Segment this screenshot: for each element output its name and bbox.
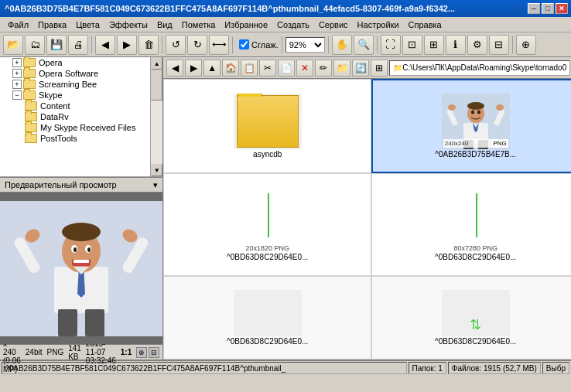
toolbar-actual-size-btn[interactable]: ⊞ xyxy=(424,35,444,55)
nav-delete-btn[interactable]: ✕ xyxy=(296,60,313,77)
status-files: Файлов: 1915 (52,7 МВ) xyxy=(448,362,541,374)
nav-refresh-btn[interactable]: 🔄 xyxy=(352,60,369,77)
close-button[interactable]: ✕ xyxy=(556,3,568,14)
status-icon-2[interactable]: ⊟ xyxy=(149,347,159,358)
scroll-track[interactable] xyxy=(151,70,162,164)
thumb-name-line2: ^0BD63D8C29D64E0... xyxy=(375,253,571,261)
menu-favorites[interactable]: Избранное xyxy=(220,19,272,31)
menu-view[interactable]: Вид xyxy=(152,19,177,31)
menu-service[interactable]: Сервис xyxy=(314,19,353,31)
nav-path-display: 📁 C:\Users\ПК\AppData\Roaming\Skype\torn… xyxy=(389,60,570,76)
tree-label-posttools: PostTools xyxy=(40,134,77,143)
tree-label-my-skype: My Skype Received Files xyxy=(40,123,136,132)
expand-icon-skype[interactable]: − xyxy=(12,90,22,100)
thumb-cell-6[interactable]: ⇅ ^0BD63D8C29D64E0... xyxy=(371,276,571,360)
scroll-down-btn[interactable]: ▼ xyxy=(151,164,162,176)
toolbar-fit-btn[interactable]: ⊡ xyxy=(402,35,422,55)
toolbar-zoom-in-btn[interactable]: 🔍 xyxy=(354,35,374,55)
toolbar-next-btn[interactable]: ▶ xyxy=(117,35,137,55)
expand-icon-opera[interactable]: + xyxy=(12,58,22,67)
toolbar-info-btn[interactable]: ℹ xyxy=(446,35,466,55)
toolbar-rotate-left-btn[interactable]: ↺ xyxy=(166,35,186,55)
thumb-cell-asyncdb[interactable]: asyncdb xyxy=(163,79,371,173)
nav-rename-btn[interactable]: ✏ xyxy=(315,60,332,77)
nav-select-all-btn[interactable]: ⊞ xyxy=(371,60,388,77)
scroll-up-btn[interactable]: ▲ xyxy=(151,57,162,70)
preview-collapse-icon[interactable]: ▾ xyxy=(153,180,158,190)
nav-back-btn[interactable]: ◀ xyxy=(166,60,183,77)
svg-point-27 xyxy=(448,104,456,111)
toolbar-browse-btn[interactable]: 🗂 xyxy=(25,35,45,55)
tree-scrollbar[interactable]: ▲ ▼ xyxy=(150,57,162,176)
toolbar-prev-btn[interactable]: ◀ xyxy=(95,35,115,55)
thumb-name-line1: ^0BD63D8C29D64E0... xyxy=(167,253,368,261)
toolbar-widen-btn[interactable]: ⊟ xyxy=(489,35,509,55)
tree-item-opera-software[interactable]: + Opera Software xyxy=(0,68,150,79)
tree-item-datarv[interactable]: DataRv xyxy=(0,111,150,122)
toolbar-extra-btn[interactable]: ⊕ xyxy=(516,35,536,55)
preview-header: Предварительный просмотр ▾ xyxy=(0,177,162,193)
toolbar-delete-btn[interactable]: 🗑 xyxy=(138,35,159,55)
svg-point-21 xyxy=(467,102,484,110)
nav-up-btn[interactable]: ▲ xyxy=(203,60,221,77)
expand-icon-opera-software[interactable]: + xyxy=(12,69,22,78)
thumb-badge-format: PNG xyxy=(491,139,508,148)
toolbar-sep6 xyxy=(377,36,378,53)
toolbar-rotate-right-btn[interactable]: ↻ xyxy=(187,35,207,55)
status-folders-text: Папок: 1 xyxy=(412,364,443,373)
tree-item-posttools[interactable]: PostTools xyxy=(0,133,150,144)
tree-item-content[interactable]: Content xyxy=(0,101,150,111)
tree-item-skype[interactable]: − Skype xyxy=(0,90,150,101)
toolbar: 📂 🗂 💾 🖨 ◀ ▶ 🗑 ↺ ↻ ⟷ Сглаж. 92% 100% ✋ 🔍 … xyxy=(0,32,571,57)
right-panel: ◀ ▶ ▲ 🏠 📋 ✂ 📄 ✕ ✏ 📁 🔄 ⊞ 📁 C:\Users\ПК\Ap… xyxy=(163,57,571,360)
thumb-cell-line1[interactable]: 20x1820 PNG ^0BD63D8C29D64E0... xyxy=(163,173,371,275)
toolbar-fullscreen-btn[interactable]: ⛶ xyxy=(381,35,401,55)
restore-button[interactable]: □ xyxy=(542,3,554,14)
status-icon-1[interactable]: ⊕ xyxy=(136,347,147,358)
menu-create[interactable]: Создать xyxy=(272,19,314,31)
toolbar-zoom-group: 92% 100% xyxy=(286,37,325,53)
green-line-2 xyxy=(476,193,477,238)
menu-mark[interactable]: Пометка xyxy=(177,19,221,31)
menu-help[interactable]: Справка xyxy=(404,19,446,31)
scroll-thumb[interactable] xyxy=(151,70,162,101)
minimize-button[interactable]: ─ xyxy=(528,3,540,14)
toolbar-cursor-btn[interactable]: ✋ xyxy=(332,35,352,55)
nav-cut-btn[interactable]: ✂ xyxy=(259,60,276,77)
toolbar-open-btn[interactable]: 📂 xyxy=(3,35,23,55)
nav-paste-btn[interactable]: 📄 xyxy=(278,60,295,77)
thumb-img-6: ⇅ xyxy=(442,290,510,336)
nav-forward-btn[interactable]: ▶ xyxy=(185,60,202,77)
thumb-cell-line2[interactable]: 80x7280 PNG ^0BD63D8C29D64E0... xyxy=(371,173,571,275)
toolbar-smooth-group: Сглаж. xyxy=(239,39,279,49)
menu-effects[interactable]: Эффекты xyxy=(104,19,152,31)
toolbar-flip-btn[interactable]: ⟷ xyxy=(209,35,229,55)
nav-path-icon: 📁 xyxy=(393,63,402,72)
menu-file[interactable]: Файл xyxy=(3,19,33,31)
menu-colors[interactable]: Цвета xyxy=(71,19,104,31)
thumb-info-line2: 80x7280 PNG xyxy=(453,244,497,252)
title-bar: ^0AB26B3D75B4E7BF581C049C673622B1FFC475A… xyxy=(0,0,571,17)
toolbar-settings-btn[interactable]: ⚙ xyxy=(467,35,487,55)
smooth-checkbox[interactable] xyxy=(239,39,249,49)
thumb-cell-5[interactable]: ^0BD63D8C29D64E0... xyxy=(163,276,371,360)
nav-bar: ◀ ▶ ▲ 🏠 📋 ✂ 📄 ✕ ✏ 📁 🔄 ⊞ 📁 C:\Users\ПК\Ap… xyxy=(163,57,571,79)
thumb-cell-person[interactable]: 240x240 PNG ^0AB26B3D75B4E7B... xyxy=(371,79,571,173)
tree-item-opera[interactable]: + Opera xyxy=(0,57,150,68)
nav-home-btn[interactable]: 🏠 xyxy=(222,60,239,77)
menu-settings[interactable]: Настройки xyxy=(353,19,404,31)
thumb-name-asyncdb: asyncdb xyxy=(167,150,368,159)
toolbar-save-btn[interactable]: 💾 xyxy=(46,35,67,55)
tree-item-my-skype[interactable]: My Skype Received Files xyxy=(0,122,150,133)
tree-label-opera: Opera xyxy=(39,58,63,67)
expand-icon-screaming-bee[interactable]: + xyxy=(12,80,22,89)
zoom-select[interactable]: 92% 100% xyxy=(286,37,325,53)
menu-edit[interactable]: Правка xyxy=(33,19,71,31)
title-bar-text: ^0AB26B3D75B4E7BF581C049C673622B1FFC475A… xyxy=(5,4,528,13)
nav-copy-btn[interactable]: 📋 xyxy=(241,60,258,77)
tree-item-screaming-bee[interactable]: + Screaming Bee xyxy=(0,79,150,90)
nav-newfolder-btn[interactable]: 📁 xyxy=(333,60,350,77)
thumb-name-person: ^0AB26B3D75B4E7B... xyxy=(376,150,571,159)
toolbar-print-btn[interactable]: 🖨 xyxy=(68,35,88,55)
status-format-left: PNG xyxy=(46,348,63,356)
